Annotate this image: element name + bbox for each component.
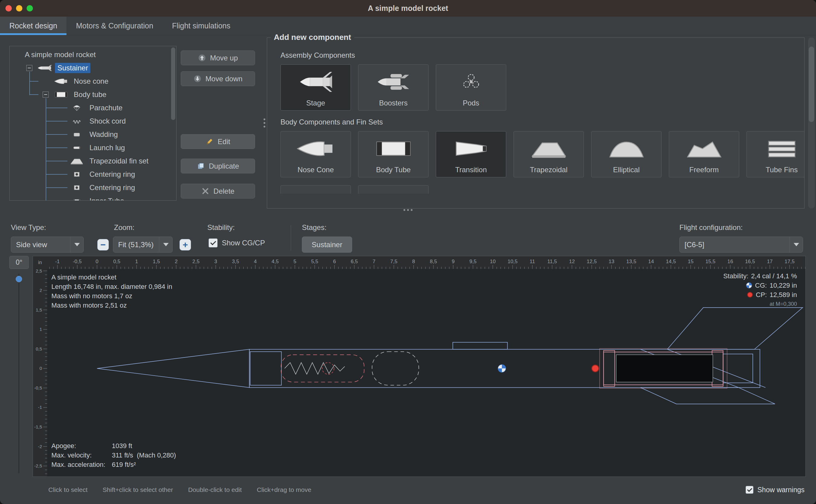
svg-text:14,5: 14,5 xyxy=(666,259,676,264)
collapse-box-icon[interactable] xyxy=(26,65,32,71)
show-cgcp-checkbox[interactable] xyxy=(209,238,218,247)
show-warnings-label: Show warnings xyxy=(757,486,805,494)
tree-item-trapezoidal-fin-set[interactable]: Trapezoidal fin set xyxy=(10,154,176,168)
tree-connector xyxy=(29,72,30,95)
rocket-mass-motors: Mass with motors 2,51 oz xyxy=(51,301,172,310)
tree-item-inner-tube[interactable]: Inner Tube xyxy=(10,194,176,200)
edit-button[interactable]: Edit xyxy=(181,134,255,149)
rocket-name: A simple model rocket xyxy=(51,273,172,282)
rocket-drawing[interactable]: A simple model rocket Length 16,748 in, … xyxy=(47,269,805,477)
flight-config-select[interactable]: [C6-5] xyxy=(679,237,803,253)
button-label: Move down xyxy=(206,75,243,83)
close-button[interactable] xyxy=(5,5,12,11)
svg-text:-0,5: -0,5 xyxy=(34,385,42,390)
minimize-button[interactable] xyxy=(16,5,22,11)
svg-text:6: 6 xyxy=(333,259,336,264)
svg-text:11,5: 11,5 xyxy=(547,259,557,264)
arrow-down-icon xyxy=(193,75,202,83)
component-button-freeform[interactable]: Freeform xyxy=(669,131,739,177)
freeform-fin-icon xyxy=(684,131,724,166)
rotation-value: 0° xyxy=(16,258,22,267)
rotation-slider[interactable] xyxy=(13,272,24,475)
stage-toggle-sustainer[interactable]: Sustainer xyxy=(302,237,352,253)
view-type-value: Side view xyxy=(16,241,47,249)
svg-text:-1: -1 xyxy=(38,405,42,410)
component-button-hidden[interactable] xyxy=(358,185,429,194)
hint-shift-click: Shift+click to select other xyxy=(103,486,173,493)
tree-root-item[interactable]: A simple model rocket xyxy=(10,48,176,61)
component-button-transition[interactable]: Transition xyxy=(436,131,506,177)
duplicate-button[interactable]: Duplicate xyxy=(181,159,255,173)
panel-scrollbar[interactable] xyxy=(808,37,815,208)
view-type-select[interactable]: Side view xyxy=(11,237,84,253)
tab-rocket-design[interactable]: Rocket design xyxy=(0,17,66,35)
horizontal-splitter-handle-icon[interactable] xyxy=(403,209,413,211)
component-label: Stage xyxy=(306,99,325,107)
fullscreen-button[interactable] xyxy=(27,5,33,11)
vertical-splitter-handle-icon[interactable] xyxy=(264,118,265,128)
move-up-button[interactable]: Move up xyxy=(181,50,255,65)
svg-text:12: 12 xyxy=(569,259,575,264)
component-button-boosters[interactable]: Boosters xyxy=(358,64,429,111)
apogee-value: 1039 ft xyxy=(112,442,176,450)
flight-info: Apogee:1039 ft Max. velocity:311 ft/s (M… xyxy=(51,442,176,469)
view-type-label: View Type: xyxy=(11,223,46,232)
button-label: Delete xyxy=(213,187,234,195)
scrollbar-thumb[interactable] xyxy=(809,47,814,122)
tree-item-wadding[interactable]: Wadding xyxy=(10,128,176,141)
hint-click: Click to select xyxy=(48,486,88,493)
move-down-button[interactable]: Move down xyxy=(181,71,255,86)
component-button-elliptical[interactable]: Elliptical xyxy=(591,131,662,177)
component-button-hidden[interactable] xyxy=(280,185,351,194)
cp-marker xyxy=(592,365,599,372)
zoom-in-button[interactable]: + xyxy=(180,239,191,250)
main-tabs: Rocket designMotors & ConfigurationFligh… xyxy=(0,17,816,35)
tree-item-launch-lug[interactable]: Launch lug xyxy=(10,141,176,154)
component-label: Body Tube xyxy=(376,166,411,174)
centering-ring-icon xyxy=(70,183,84,192)
acceleration-value: 619 ft/s² xyxy=(112,461,176,469)
zoom-label: Zoom: xyxy=(114,223,134,232)
zoom-out-button[interactable]: − xyxy=(97,239,109,250)
slider-track xyxy=(18,274,19,473)
tree-scrollbar[interactable] xyxy=(171,47,175,199)
tree-item-body-tube[interactable]: Body tube xyxy=(10,88,176,101)
tree-item-centering-ring[interactable]: Centering ring xyxy=(10,181,176,194)
tree-item-label: Nose cone xyxy=(71,76,111,86)
component-button-trapezoidal[interactable]: Trapezoidal xyxy=(513,131,584,177)
tab-flight-simulations[interactable]: Flight simulations xyxy=(163,17,240,35)
svg-text:0: 0 xyxy=(40,366,42,371)
component-button-body-tube[interactable]: Body Tube xyxy=(358,131,429,177)
svg-text:5,5: 5,5 xyxy=(311,259,318,264)
delete-x-icon xyxy=(201,187,209,195)
svg-text:-2,5: -2,5 xyxy=(34,463,42,468)
component-button-nose-cone[interactable]: Nose Cone xyxy=(280,131,351,177)
svg-text:-1: -1 xyxy=(55,259,60,264)
show-warnings-checkbox[interactable] xyxy=(746,486,753,494)
svg-text:5: 5 xyxy=(293,259,296,264)
collapse-box-icon[interactable] xyxy=(43,92,49,98)
tab-motors-configuration[interactable]: Motors & Configuration xyxy=(66,17,163,35)
slider-knob[interactable] xyxy=(16,276,22,282)
component-button-stage[interactable]: Stage xyxy=(280,64,351,111)
zoom-select[interactable]: Fit (51,3%) xyxy=(113,237,173,253)
button-label: Edit xyxy=(218,137,230,146)
arrow-up-icon xyxy=(198,54,206,62)
shock-cord-icon xyxy=(70,117,84,126)
tree-item-shock-cord[interactable]: Shock cord xyxy=(10,115,176,128)
component-label: Pods xyxy=(463,99,479,107)
delete-button[interactable]: Delete xyxy=(181,184,255,199)
component-button-pods[interactable]: Pods xyxy=(436,64,506,111)
component-button-tube-fins[interactable]: Tube Fins xyxy=(746,131,804,177)
transition-icon xyxy=(451,131,491,166)
show-cgcp-label: Show CG/CP xyxy=(222,239,265,247)
component-label: Transition xyxy=(455,166,487,174)
tree-item-sustainer[interactable]: Sustainer xyxy=(10,61,176,75)
tree-item-nose-cone[interactable]: Nose cone xyxy=(10,75,176,88)
svg-text:7: 7 xyxy=(373,259,375,264)
component-label: Nose Cone xyxy=(297,166,334,174)
tree-item-parachute[interactable]: Parachute xyxy=(10,101,176,115)
tree-item-centering-ring[interactable]: Centering ring xyxy=(10,168,176,181)
tree-connector xyxy=(46,174,67,175)
scrollbar-thumb[interactable] xyxy=(171,47,175,120)
